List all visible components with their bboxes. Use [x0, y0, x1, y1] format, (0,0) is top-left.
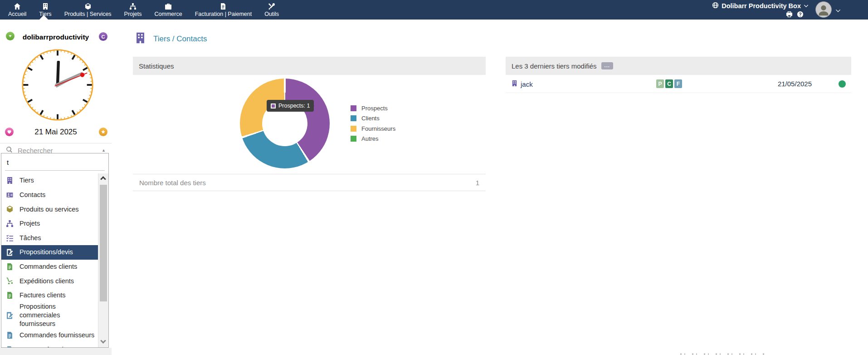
analog-clock-widget [20, 48, 95, 122]
sidebar-item-exp-ditions-clients[interactable]: Expéditions clients [1, 274, 98, 288]
nav-item-facturation-paiement[interactable]: Facturation | Paiement [189, 0, 258, 20]
legend-swatch [351, 105, 356, 111]
sidebar-item-label: Produits ou services [20, 205, 79, 214]
sidebar-item-contacts[interactable]: Contacts [1, 188, 98, 202]
thirdparty-link[interactable]: jack [521, 80, 533, 88]
nav-item-projets[interactable]: Projets [118, 0, 148, 20]
idcard-icon [6, 191, 14, 199]
scrollbar-thumb[interactable] [100, 185, 107, 301]
star-icon[interactable] [99, 128, 107, 136]
dropdown-scrollbar[interactable] [98, 173, 108, 347]
search-input[interactable] [5, 158, 105, 171]
type-badge-c: C [665, 79, 673, 88]
pendoc-icon [6, 248, 14, 256]
sitemap-icon [6, 220, 14, 227]
scroll-down-icon[interactable] [100, 338, 106, 344]
statistics-panel: Statistiques Prospects: 1 ProspectsClien… [133, 57, 486, 191]
sidebar-item-produits-ou-services[interactable]: Produits ou services [1, 202, 98, 217]
main-content: Tiers / Contacts Statistiques Prospects:… [112, 20, 868, 355]
app-switcher-button[interactable]: Dolibarr Productivity Box [712, 2, 809, 10]
globe-icon [712, 2, 719, 10]
cube-icon [84, 3, 92, 10]
sidebar-item-propositions-devis[interactable]: Propositions/devis [1, 245, 98, 260]
table-row: jack PCF 21/05/2025 [506, 75, 851, 93]
sidebar-item-projets[interactable]: Projets [1, 217, 98, 231]
search-results-dropdown: TiersContactsProduits ou servicesProjets… [1, 153, 109, 348]
sidebar-item-commandes-clients[interactable]: Commandes clients [1, 260, 98, 274]
user-avatar-button[interactable] [815, 1, 832, 18]
sidebar-item-factures-fournisseur[interactable]: Factures fournisseur [1, 342, 98, 347]
sidebar-item-propositions-commerciales-fournisseurs[interactable]: Propositions commerciales fournisseurs [1, 302, 98, 328]
status-dot [839, 80, 846, 88]
nav-item-label: Facturation | Paiement [195, 11, 252, 17]
building-icon [134, 32, 146, 46]
sidebar-item-label: Expéditions clients [20, 277, 74, 286]
nav-item-label: Accueil [8, 11, 26, 17]
legend-item: Autres [351, 134, 395, 144]
nav-item-label: Commerce [155, 11, 182, 17]
building-icon [6, 177, 14, 184]
sidebar-item-label: Commandes clients [20, 262, 77, 271]
sidebar-item-label: Factures clients [20, 291, 66, 300]
sidebar-item-tiers[interactable]: Tiers [1, 173, 98, 188]
user-menu-chevron-icon[interactable] [835, 7, 841, 15]
invoice-icon [6, 346, 14, 347]
sitemap-icon [129, 3, 137, 10]
nav-item-label: Produits | Services [64, 11, 112, 17]
pendoc-icon [6, 311, 14, 319]
legend-item: Prospects [351, 103, 395, 113]
legend-label: Fournisseurs [361, 125, 395, 132]
company-name: dolibarrproductivity [0, 20, 112, 41]
chart-tooltip: Prospects: 1 [267, 100, 314, 112]
nav-item-label: Projets [124, 11, 142, 17]
invoice-icon [6, 263, 14, 271]
checklist-icon [6, 234, 14, 242]
total-value: 1 [476, 179, 479, 187]
sidebar-item-t-ches[interactable]: Tâches [1, 231, 98, 245]
total-label: Nombre total des tiers [139, 179, 206, 187]
help-button[interactable] [797, 11, 804, 18]
home-icon [14, 3, 21, 10]
dolly-icon [6, 277, 14, 285]
sidebar-bottom-strip [0, 348, 112, 355]
nav-item-outils[interactable]: Outils [258, 0, 285, 20]
total-row: Nombre total des tiers 1 [133, 174, 486, 191]
invoice-icon [6, 331, 14, 339]
chart-legend: ProspectsClientsFournisseursAutres [351, 103, 395, 144]
app-switcher-label: Dolibarr Productivity Box [722, 2, 801, 10]
legend-item: Fournisseurs [351, 123, 395, 134]
heart-icon[interactable] [5, 128, 14, 136]
invoice-icon [6, 291, 14, 299]
modified-date: 21/05/2025 [778, 80, 812, 88]
tooltip-swatch [271, 104, 276, 108]
sidebar-item-label: Projets [20, 219, 40, 228]
sidebar-item-factures-clients[interactable]: Factures clients [1, 288, 98, 303]
company-collapse-button[interactable] [6, 32, 15, 40]
sidebar-date: 21 Mai 2025 [0, 127, 112, 137]
print-button[interactable] [786, 11, 793, 18]
sidebar-item-label: Commandes fournisseurs [20, 331, 94, 340]
nav-item-commerce[interactable]: Commerce [148, 0, 189, 20]
sidebar-item-label: Propositions/devis [20, 248, 73, 256]
nav-item-produits-services[interactable]: Produits | Services [58, 0, 118, 20]
building-icon [42, 3, 49, 10]
tools-icon [268, 3, 275, 10]
clipped-footer-text [680, 353, 766, 355]
sidebar-item-commandes-fournisseurs[interactable]: Commandes fournisseurs [1, 328, 98, 343]
legend-swatch [351, 136, 356, 142]
nav-item-accueil[interactable]: Accueil [2, 0, 33, 20]
scroll-up-icon[interactable] [100, 176, 106, 182]
cube-icon [6, 205, 14, 213]
search-results-list: TiersContactsProduits ou servicesProjets… [1, 173, 98, 347]
sidebar-item-label: Tiers [20, 176, 34, 185]
statistics-header: Statistiques [133, 57, 486, 75]
donut-chart: Prospects: 1 ProspectsClientsFournisseur… [133, 75, 486, 174]
company-c-badge[interactable]: C [99, 32, 107, 41]
recent-thirdparties-panel: Les 3 derniers tiers modifiés ... jack P… [506, 57, 851, 93]
type-badge-f: F [674, 79, 682, 88]
invoice-icon [219, 3, 227, 10]
sidebar: dolibarrproductivity C 21 Mai 2025 Reche… [0, 20, 112, 355]
search-collapse-icon[interactable]: ▲ [102, 148, 106, 153]
building-icon [511, 80, 518, 89]
more-button[interactable]: ... [601, 62, 613, 69]
